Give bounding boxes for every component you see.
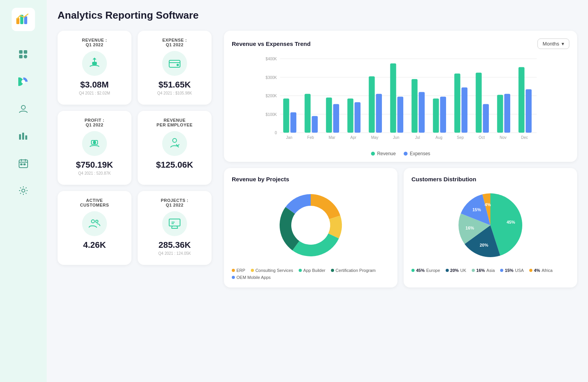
kpi-card-projects: PROJECTS :Q1 2022 285.36K Q4 2021 : 124.…	[138, 191, 212, 265]
svg-point-6	[24, 55, 27, 58]
bar-chart: $400K$300K$200K$100K0JanFebMarAprMayJunJ…	[232, 53, 569, 148]
svg-rect-39	[290, 112, 296, 133]
svg-rect-57	[419, 92, 425, 133]
svg-rect-45	[333, 104, 339, 133]
kpi-card-expense: EXPENSE :Q1 2022 $51.65K Q4 2021 : $105.…	[138, 31, 212, 105]
legend-item-revenue: Revenue	[371, 151, 396, 156]
kpi-icon-projects	[162, 211, 187, 236]
kpi-value-revenue: $3.08M	[80, 80, 108, 90]
customers-chart-title: Customers Distribution	[411, 176, 569, 182]
svg-text:Apr: Apr	[350, 135, 357, 140]
kpi-value-profit: $750.19K	[76, 160, 113, 170]
app-logo	[12, 8, 35, 31]
customer-legend-africa: 4% Africa	[529, 268, 553, 273]
kpi-value-projects: 285.36K	[158, 240, 191, 250]
svg-point-24	[173, 138, 177, 142]
svg-rect-5	[19, 55, 23, 58]
svg-point-23	[93, 141, 96, 144]
kpi-sub-expense: Q4 2021 : $105.98K	[157, 91, 192, 95]
main-content: Analytics Reporting Software REVENUE :Q1…	[47, 0, 588, 382]
kpi-value-expense: $51.65K	[158, 80, 191, 90]
svg-rect-69	[504, 94, 510, 133]
customer-legend-europe: 45% Europe	[411, 268, 440, 273]
svg-text:0: 0	[275, 131, 277, 135]
pie-chart-wrap: 45%20%16%15%4%	[411, 186, 569, 264]
charts-column: Revenue vs Expenses Trend Months ▾ $400K…	[224, 31, 577, 287]
legend-dot	[404, 152, 408, 156]
svg-text:May: May	[371, 135, 378, 140]
bar-chart-icon[interactable]	[16, 128, 31, 144]
kpi-sub-projects: Q4 2021 : 124.05K	[158, 251, 191, 256]
svg-rect-48	[355, 102, 360, 133]
dashboard-icon[interactable]	[16, 47, 31, 62]
kpi-value-active-customers: 4.26K	[83, 240, 106, 250]
customer-legend-asia: 16% Asia	[472, 268, 495, 273]
calendar-icon[interactable]	[16, 156, 31, 171]
kpi-card-active-customers: ACTIVECUSTOMERS 4.26K	[58, 191, 131, 265]
chart-icon[interactable]	[16, 74, 31, 89]
kpi-grid: REVENUE :Q1 2022 $3.08M Q4 2021 : $2.02M…	[58, 31, 212, 265]
revenue-trend-title: Revenue vs Expenses Trend	[232, 40, 311, 47]
svg-rect-56	[411, 79, 417, 133]
kpi-value-rev-per-emp: $125.06K	[156, 160, 193, 170]
svg-text:20%: 20%	[480, 243, 488, 247]
svg-rect-53	[390, 63, 396, 133]
donut-chart-wrap	[232, 186, 390, 264]
svg-text:Jun: Jun	[393, 135, 399, 140]
revenue-trend-card: Revenue vs Expenses Trend Months ▾ $400K…	[224, 31, 577, 162]
trend-legend: RevenueExpenses	[232, 151, 569, 156]
kpi-title-rev-per-emp: REVENUEPER EMPLOYEE	[157, 118, 193, 127]
svg-point-8	[21, 105, 25, 109]
kpi-title-revenue: REVENUE :Q1 2022	[82, 38, 107, 47]
svg-rect-60	[440, 96, 446, 133]
project-legend-app-builder: App Builder	[299, 268, 326, 273]
settings-icon[interactable]	[16, 183, 31, 198]
kpi-card-revenue: REVENUE :Q1 2022 $3.08M Q4 2021 : $2.02M	[58, 31, 131, 105]
svg-text:15%: 15%	[472, 207, 481, 212]
svg-text:4%: 4%	[485, 202, 491, 207]
svg-rect-54	[397, 96, 403, 133]
svg-rect-50	[369, 76, 374, 133]
svg-rect-9	[19, 134, 21, 140]
svg-text:45%: 45%	[507, 220, 515, 224]
kpi-title-profit: PROFIT :Q1 2022	[84, 118, 104, 127]
project-legend-erp: ERP	[232, 268, 245, 273]
svg-text:Feb: Feb	[307, 135, 314, 140]
projects-chart-title: Revenue by Projects	[232, 176, 390, 182]
kpi-title-active-customers: ACTIVECUSTOMERS	[80, 198, 109, 207]
svg-point-7	[21, 80, 25, 84]
svg-rect-44	[326, 98, 332, 133]
svg-rect-72	[526, 89, 532, 133]
svg-point-25	[91, 220, 94, 223]
svg-rect-20	[169, 60, 180, 67]
user-icon[interactable]	[16, 101, 31, 117]
svg-text:Jan: Jan	[286, 135, 292, 140]
kpi-icon-revenue	[82, 51, 107, 76]
kpi-card-rev-per-emp: REVENUEPER EMPLOYEE $125.06K	[138, 111, 212, 185]
svg-text:Mar: Mar	[329, 135, 336, 140]
kpi-icon-active-customers	[82, 211, 107, 236]
svg-text:16%: 16%	[466, 226, 474, 230]
project-legend-oem-mobile-apps: OEM Mobile Apps	[232, 275, 271, 280]
svg-text:$400K: $400K	[266, 57, 277, 61]
svg-rect-63	[462, 88, 467, 133]
months-dropdown[interactable]: Months ▾	[537, 39, 569, 49]
svg-rect-38	[283, 98, 289, 133]
svg-rect-47	[347, 98, 353, 133]
svg-rect-3	[19, 50, 23, 54]
svg-text:$100K: $100K	[266, 112, 277, 117]
svg-rect-66	[483, 104, 489, 133]
customers-distribution-card: Customers Distribution 45%20%16%15%4% 45…	[404, 168, 577, 287]
project-legend-certification-program: Certification Program	[331, 268, 376, 273]
kpi-icon-rev-per-emp	[162, 131, 187, 156]
svg-rect-65	[476, 73, 481, 133]
kpi-card-profit: PROFIT :Q1 2022 $750.19K Q4 2021 : 520.8…	[58, 111, 131, 185]
svg-rect-42	[312, 116, 318, 133]
svg-text:$200K: $200K	[266, 94, 277, 98]
kpi-sub-revenue: Q4 2021 : $2.02M	[79, 91, 110, 95]
svg-text:Dec: Dec	[521, 135, 528, 140]
svg-text:Oct: Oct	[479, 135, 485, 140]
kpi-title-projects: PROJECTS :Q1 2022	[161, 198, 188, 207]
svg-point-26	[96, 220, 98, 223]
svg-rect-59	[433, 98, 439, 133]
